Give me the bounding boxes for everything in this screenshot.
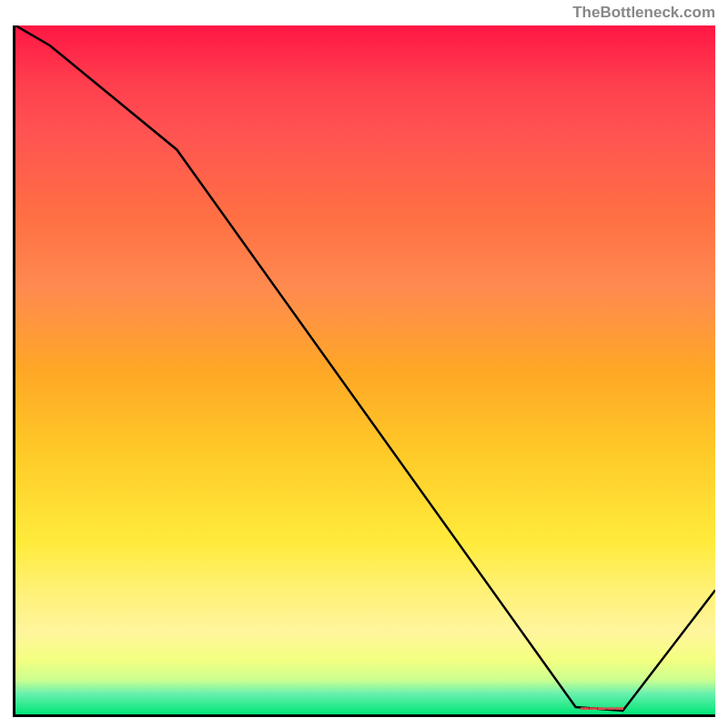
watermark-text: TheBottleneck.com — [572, 4, 715, 22]
chart-line — [15, 25, 715, 711]
chart-container: ▬▬▬▬▬ — [13, 25, 715, 724]
chart-marker: ▬▬▬▬▬ — [581, 703, 624, 712]
line-chart-svg — [15, 25, 715, 714]
plot-area: ▬▬▬▬▬ — [13, 25, 715, 717]
